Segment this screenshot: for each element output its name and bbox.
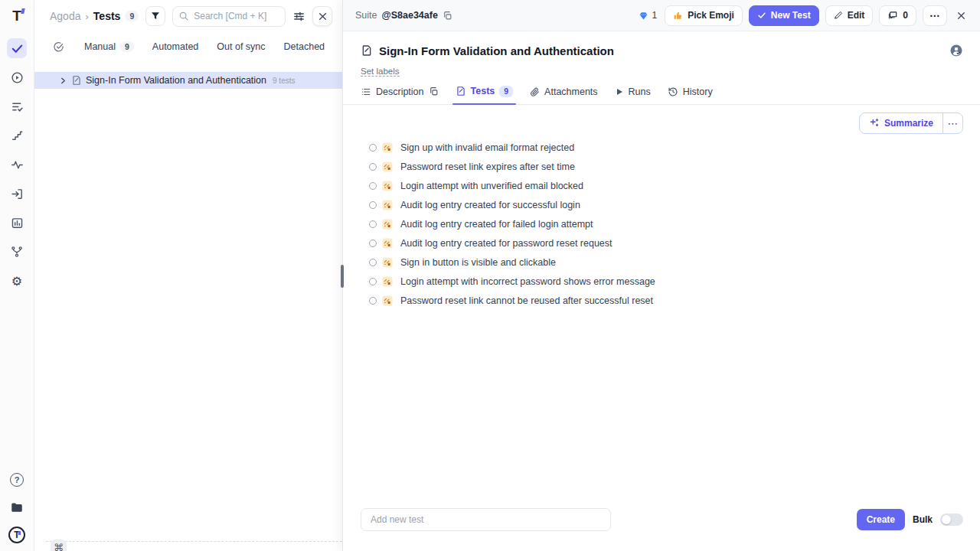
sidebar-item-reports[interactable] <box>7 213 27 233</box>
pencil-icon <box>834 11 843 20</box>
search-container <box>172 6 286 27</box>
drawer-header: Suite @S8ae34afe 1 Pick Emoji New Test E… <box>343 0 980 31</box>
sidebar-item-branches[interactable] <box>7 242 27 262</box>
document-icon <box>361 44 373 57</box>
copy-description-button[interactable] <box>429 86 439 96</box>
tests-count-badge: 9 <box>125 11 139 22</box>
tree-row-suite[interactable]: Sign-In Form Validation and Authenticati… <box>34 72 342 89</box>
gear-icon: ⚙ <box>11 274 22 289</box>
tab-tests[interactable]: Tests 9 <box>456 86 514 104</box>
suite-name: Sign-In Form Validation and Authenticati… <box>86 75 266 86</box>
sidebar-item-import[interactable] <box>7 184 27 204</box>
breadcrumb-section[interactable]: Tests <box>93 10 121 22</box>
folder-icon <box>10 500 24 514</box>
new-test-button[interactable]: New Test <box>749 5 819 26</box>
copy-icon <box>443 11 452 21</box>
add-test-input[interactable] <box>361 508 611 531</box>
test-status-circle[interactable] <box>369 182 377 190</box>
manual-test-emoji-icon <box>382 200 393 210</box>
test-row[interactable]: Password reset link expires after set ti… <box>369 158 980 177</box>
create-test-button[interactable]: Create <box>857 509 905 530</box>
branch-icon <box>11 246 23 258</box>
pick-emoji-button[interactable]: Pick Emoji <box>665 5 743 26</box>
sidebar-item-settings[interactable]: ⚙ <box>7 271 27 291</box>
tab-history[interactable]: History <box>668 86 713 104</box>
reaction-counter[interactable]: 1 <box>639 10 657 21</box>
breadcrumb-project[interactable]: Agoda <box>50 10 80 22</box>
set-labels-link[interactable]: Set labels <box>361 67 400 77</box>
test-status-circle[interactable] <box>369 220 377 228</box>
close-drawer-button[interactable] <box>953 8 969 24</box>
tab-attachments[interactable]: Attachments <box>530 86 597 104</box>
filter-tab-detached[interactable]: Detached <box>284 41 325 52</box>
filter-tab-manual[interactable]: Manual 9 <box>84 41 134 53</box>
summarize-button-group: Summarize ⋯ <box>859 112 963 134</box>
test-row[interactable]: Login attempt with unverified email bloc… <box>369 177 980 196</box>
edit-button[interactable]: Edit <box>825 5 874 26</box>
test-title: Audit log entry created for password res… <box>400 238 612 249</box>
test-status-circle[interactable] <box>369 201 377 209</box>
test-row[interactable]: Audit log entry created for failed login… <box>369 215 980 234</box>
test-title: Password reset link expires after set ti… <box>400 161 575 172</box>
filter-button[interactable] <box>145 6 165 26</box>
stairs-icon <box>11 129 23 142</box>
bulk-toggle[interactable] <box>940 514 963 526</box>
manual-test-emoji-icon <box>382 219 393 230</box>
test-status-circle[interactable] <box>369 259 377 266</box>
sidebar-item-tests[interactable] <box>7 38 27 58</box>
add-test-footer: Create Bulk <box>343 508 980 551</box>
test-row[interactable]: Sign up with invalid email format reject… <box>369 139 980 158</box>
test-status-circle[interactable] <box>369 278 377 285</box>
thumbs-up-icon <box>673 11 683 21</box>
search-input[interactable] <box>172 6 286 27</box>
tab-runs[interactable]: Runs <box>615 86 651 104</box>
manual-test-emoji-icon <box>382 161 393 172</box>
sidebar-item-steps[interactable] <box>7 126 27 145</box>
check-icon <box>757 11 766 20</box>
select-all-button[interactable] <box>53 41 64 53</box>
chevron-right-icon[interactable] <box>59 77 67 85</box>
clock-history-icon <box>668 86 678 97</box>
command-key-badge[interactable]: ⌘ <box>51 540 67 551</box>
app-logo[interactable]: T <box>12 8 21 24</box>
test-row[interactable]: Login attempt with incorrect password sh… <box>369 272 980 292</box>
view-settings-button[interactable] <box>292 10 305 23</box>
filter-tab-out-of-sync[interactable]: Out of sync <box>217 41 265 52</box>
check-icon <box>11 42 24 55</box>
sliders-icon <box>292 10 305 23</box>
sidebar-item-runs[interactable] <box>7 67 27 87</box>
panel-footer-divider <box>46 541 342 542</box>
test-row[interactable]: Password reset link cannot be reused aft… <box>369 292 980 311</box>
copy-suite-id-button[interactable] <box>443 11 452 21</box>
help-button[interactable]: ? <box>7 470 27 490</box>
close-icon <box>956 11 966 21</box>
list-check-icon <box>11 100 24 113</box>
close-panel-button[interactable] <box>312 6 332 26</box>
comments-button[interactable]: 0 <box>879 5 916 26</box>
more-actions-button[interactable]: ⋯ <box>923 5 947 26</box>
test-status-circle[interactable] <box>369 144 377 152</box>
panel-resize-handle[interactable] <box>341 265 344 288</box>
profile-button[interactable]: T <box>7 525 27 545</box>
suite-tree: Sign-In Form Validation and Authenticati… <box>34 72 342 89</box>
tab-description[interactable]: Description <box>361 86 439 104</box>
summarize-more-button[interactable]: ⋯ <box>942 113 962 133</box>
sidebar-item-plans[interactable] <box>7 96 27 116</box>
test-row[interactable]: Audit log entry created for password res… <box>369 234 980 253</box>
test-row[interactable]: Audit log entry created for successful l… <box>369 196 980 215</box>
test-status-circle[interactable] <box>369 297 377 305</box>
projects-button[interactable] <box>7 497 27 517</box>
filter-tabs: Manual 9 Automated Out of sync Detached … <box>34 32 342 61</box>
suite-id: @S8ae34afe <box>382 10 438 21</box>
ellipsis-icon: ⋯ <box>929 9 940 21</box>
test-status-circle[interactable] <box>369 240 377 247</box>
filter-tab-automated[interactable]: Automated <box>152 41 198 52</box>
test-status-circle[interactable] <box>369 163 377 171</box>
document-icon <box>71 75 82 86</box>
watcher-avatar[interactable] <box>949 44 963 57</box>
sidebar-item-analytics[interactable] <box>7 155 27 174</box>
test-row[interactable]: Sign in button is visible and clickable <box>369 253 980 272</box>
chart-box-icon <box>11 217 24 230</box>
breadcrumb: Agoda › Tests 9 <box>50 10 139 22</box>
summarize-button[interactable]: Summarize <box>860 113 942 133</box>
